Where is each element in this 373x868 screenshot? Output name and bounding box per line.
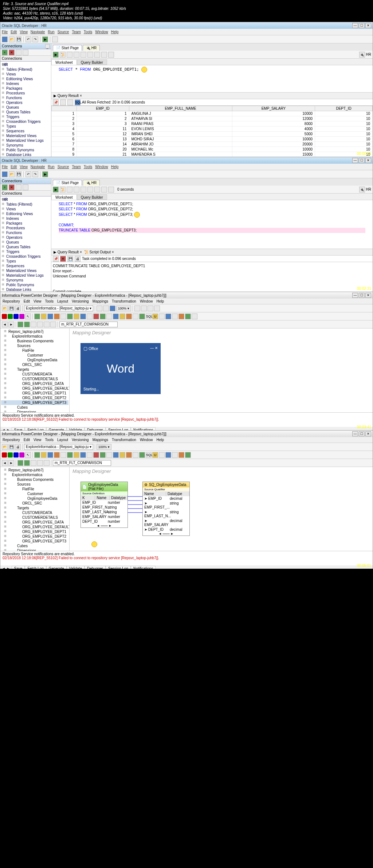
tree-item[interactable]: Functions xyxy=(1,96,50,100)
table-row[interactable]: 11ANGILINA J1000010 xyxy=(52,111,373,116)
menu-source[interactable]: Source xyxy=(58,165,69,169)
tree-item[interactable]: ORCL_SRC xyxy=(1,362,68,367)
arrange-a[interactable] xyxy=(17,460,23,466)
repo-dropdown[interactable]: ExploreInformatica - [Repsvc_laptop-ju ▾ xyxy=(24,305,93,311)
filter-icon[interactable] xyxy=(23,50,28,55)
tree-item[interactable]: Customer xyxy=(1,491,68,496)
tree-item[interactable]: CUSTOMERDETAILS xyxy=(1,377,68,381)
trans-b[interactable] xyxy=(41,314,47,319)
tree-item[interactable]: CUSTOMERDETAILS xyxy=(1,515,68,520)
new-button[interactable] xyxy=(2,36,8,42)
connection-dropdown[interactable]: HR xyxy=(366,187,371,191)
save-button[interactable]: 💾 xyxy=(16,36,21,42)
source-definition-box[interactable]: 📄OrgEmployeeData (Flat File) Source Defi… xyxy=(81,482,128,528)
tree-item[interactable]: Sources xyxy=(1,482,68,487)
tree-item[interactable]: Indexes xyxy=(1,216,50,221)
sql-history-button[interactable] xyxy=(101,52,107,58)
trans-l[interactable] xyxy=(106,452,112,458)
tree-item[interactable]: Materialized View Logs xyxy=(1,138,50,143)
trans-c[interactable] xyxy=(47,452,53,458)
trans-n[interactable] xyxy=(119,314,125,319)
open-button[interactable]: 📂 xyxy=(9,36,15,42)
run-script-button[interactable]: 📜 xyxy=(60,52,66,58)
trans-t[interactable] xyxy=(159,452,165,458)
tree-item[interactable]: ORCL_SRC xyxy=(1,501,68,506)
undo-button[interactable]: ↶ xyxy=(25,171,31,177)
maximize-button[interactable]: ☐ xyxy=(359,158,365,163)
arrange-a[interactable] xyxy=(17,322,23,327)
menu-transformation[interactable]: Transformation xyxy=(112,438,136,442)
tree-item[interactable]: Sequences xyxy=(1,264,50,268)
field-row[interactable]: DEPT_IDnumber xyxy=(81,519,127,524)
rollback-button[interactable] xyxy=(87,52,93,58)
tree-item[interactable]: Targets xyxy=(1,367,68,372)
tree-item[interactable]: Cubes xyxy=(1,405,68,410)
pin-icon[interactable]: 📌 xyxy=(53,100,59,105)
trans-x[interactable] xyxy=(185,452,191,458)
tree-item[interactable]: Procedures xyxy=(1,91,50,96)
tree-item[interactable]: ORG_EMPLOYEE_DEPT2 xyxy=(1,534,68,539)
trans-s[interactable]: U xyxy=(152,452,158,458)
script-output-tab[interactable]: Script Output xyxy=(90,250,111,254)
tree-item[interactable]: CUSTOMERDATA xyxy=(1,510,68,515)
tree-item[interactable]: ORG_EMPLOYEE_DATA xyxy=(1,520,68,525)
trans-l[interactable] xyxy=(106,314,112,319)
nav-back[interactable]: ◄ xyxy=(2,322,8,327)
tb-c[interactable] xyxy=(148,305,153,311)
bookmark-button[interactable] xyxy=(108,187,114,192)
menu-help[interactable]: Help xyxy=(111,165,119,169)
autotrace-button[interactable] xyxy=(74,52,79,58)
tree-item[interactable]: Triggers xyxy=(1,249,50,254)
tree-item[interactable]: Packages xyxy=(1,86,50,91)
run-button[interactable]: ▶ xyxy=(42,36,48,42)
arrange-b[interactable] xyxy=(24,460,30,466)
print-icon[interactable]: 🖨 xyxy=(75,256,81,262)
menu-versioning[interactable]: Versioning xyxy=(72,438,89,442)
arrange-d[interactable] xyxy=(37,460,43,466)
tree-item[interactable]: Editioning Views xyxy=(1,77,50,81)
filter-icon[interactable] xyxy=(23,184,28,190)
minimize-button[interactable]: — xyxy=(352,431,358,436)
nav-fwd[interactable]: ► xyxy=(8,322,14,327)
field-row[interactable]: ➤ EMP_IDdecimal xyxy=(143,496,189,501)
tree-item[interactable]: Synonyms xyxy=(1,278,50,283)
tree-folder[interactable]: ExploreInformatica xyxy=(1,334,68,339)
tree-item[interactable]: FlatFile xyxy=(1,487,68,491)
menu-mappings[interactable]: Mappings xyxy=(93,299,108,303)
run-script-button[interactable]: 📜 xyxy=(60,187,66,192)
tree-item[interactable]: Sequences xyxy=(1,129,50,133)
maximize-button[interactable]: ☐ xyxy=(359,23,365,28)
tree-item[interactable]: Queues xyxy=(1,105,50,110)
new-connection-button[interactable]: + xyxy=(2,50,8,55)
tab-save[interactable]: Save xyxy=(12,566,25,569)
pointer-tool[interactable]: ↖ xyxy=(25,314,31,319)
trans-m[interactable] xyxy=(113,314,119,319)
color-m[interactable] xyxy=(19,452,24,458)
find-button[interactable] xyxy=(108,52,114,58)
color-o[interactable] xyxy=(8,452,13,458)
tree-folder[interactable]: ExploreInformatica xyxy=(1,472,68,477)
tool-a[interactable] xyxy=(110,305,115,311)
trans-w[interactable] xyxy=(178,452,184,458)
minimize-button[interactable]: — xyxy=(352,293,358,298)
menu-source[interactable]: Source xyxy=(58,30,69,34)
run-statement-button[interactable]: ▶ xyxy=(53,187,59,192)
commit-button[interactable] xyxy=(81,52,86,58)
tree-item[interactable]: Packages xyxy=(1,221,50,226)
tree-item[interactable]: Types xyxy=(1,259,50,264)
trans-g[interactable] xyxy=(74,314,79,319)
tb-d[interactable] xyxy=(154,305,160,311)
rollback-button[interactable] xyxy=(87,187,93,192)
trans-e[interactable] xyxy=(60,314,66,319)
table-row[interactable]: 714ABRAHIM JO2000010 xyxy=(52,142,373,147)
menu-team[interactable]: Team xyxy=(72,165,81,169)
tree-item[interactable]: FlatFile xyxy=(1,348,68,353)
trans-m[interactable] xyxy=(113,452,119,458)
new-button[interactable] xyxy=(2,171,8,177)
close-button[interactable]: ✕ xyxy=(365,158,371,163)
tree-item[interactable]: Queues Tables xyxy=(1,110,50,114)
save-button[interactable]: 💾 xyxy=(8,305,14,311)
trans-h[interactable] xyxy=(80,452,86,458)
tree-item[interactable]: Materialized Views xyxy=(1,268,50,273)
tree-item[interactable]: Procedures xyxy=(1,226,50,230)
